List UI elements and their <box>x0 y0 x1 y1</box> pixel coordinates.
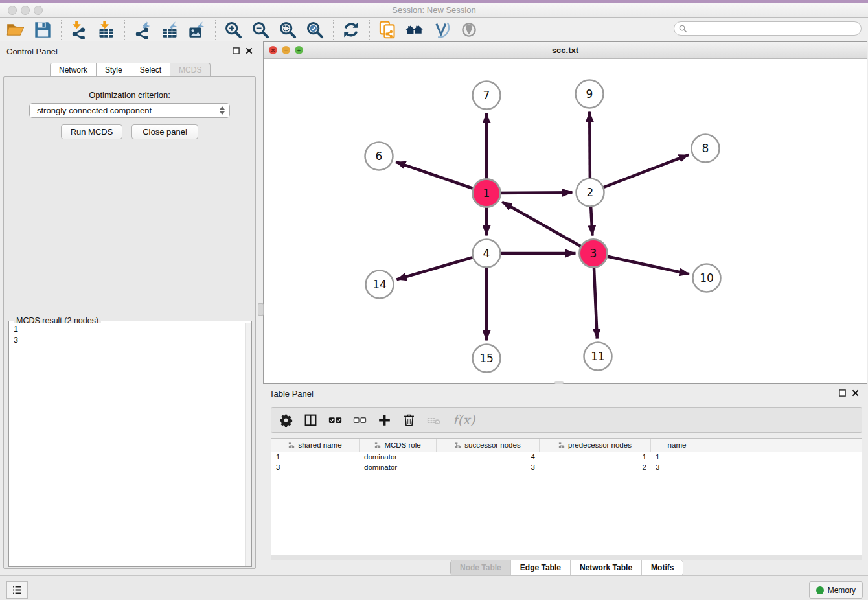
close-window-button[interactable] <box>8 6 17 15</box>
column-type-icon <box>288 442 295 448</box>
node-label-8: 8 <box>702 142 709 155</box>
table-tabs: Node Table Edge Table Network Table Moti… <box>450 560 683 576</box>
clone-network-button[interactable] <box>378 21 396 39</box>
cell-name[interactable]: 1 <box>651 452 703 463</box>
tab-style[interactable]: Style <box>96 63 131 77</box>
network-close-button[interactable]: ✕ <box>269 46 277 54</box>
edge-2-8[interactable] <box>590 155 689 192</box>
status-bar: Memory <box>0 575 868 600</box>
export-network-button[interactable] <box>133 21 152 39</box>
network-maximize-button[interactable]: + <box>295 46 303 54</box>
cell-successor-nodes[interactable]: 4 <box>437 452 540 463</box>
deselect-all-icon[interactable] <box>353 413 367 427</box>
search-box[interactable] <box>674 21 862 36</box>
cell-mcds-role[interactable]: dominator <box>360 452 437 463</box>
panel-divider-grip[interactable] <box>258 303 264 316</box>
function-builder-icon[interactable]: f(x) <box>453 412 475 428</box>
mcds-result-text[interactable]: 1 3 <box>10 323 246 566</box>
column-header-predecessor-nodes[interactable]: predecessor nodes <box>540 439 651 452</box>
open-session-button[interactable] <box>6 21 25 39</box>
run-mcds-button[interactable]: Run MCDS <box>61 124 122 139</box>
cell-predecessor-nodes[interactable]: 2 <box>540 463 651 473</box>
cell-name[interactable]: 3 <box>651 463 703 473</box>
export-table-button[interactable] <box>161 21 179 39</box>
list-icon <box>12 585 23 595</box>
control-panel-header: Control Panel <box>0 41 259 60</box>
home-icon[interactable] <box>405 21 424 39</box>
tab-edge-table[interactable]: Edge Table <box>511 560 571 575</box>
control-panel: Control Panel Network Style Select MCDS … <box>0 41 259 571</box>
column-header-name[interactable]: name <box>651 439 703 452</box>
zoom-in-button[interactable] <box>224 21 242 39</box>
gear-icon[interactable] <box>279 413 293 427</box>
title-bar: Session: New Session <box>0 3 868 18</box>
node-label-7: 7 <box>483 89 490 102</box>
delete-column-icon[interactable] <box>427 413 440 427</box>
cell-mcds-role[interactable]: dominator <box>360 463 437 473</box>
table-panel: Table Panel <box>263 384 868 575</box>
memory-button[interactable]: Memory <box>809 581 863 599</box>
optimization-criterion-label: Optimization criterion: <box>4 90 255 100</box>
network-graph[interactable]: 7968124314101511 <box>264 59 867 384</box>
tab-node-table[interactable]: Node Table <box>451 560 511 575</box>
control-panel-title: Control Panel <box>6 47 58 56</box>
cell-predecessor-nodes[interactable]: 1 <box>540 452 651 463</box>
float-table-panel-icon[interactable] <box>839 389 846 397</box>
tab-network-table[interactable]: Network Table <box>571 560 642 575</box>
add-icon[interactable] <box>378 413 391 427</box>
criterion-select[interactable]: strongly connected component <box>29 103 230 118</box>
search-icon <box>679 25 687 33</box>
column-header-mcds-role[interactable]: MCDS role <box>360 439 437 452</box>
hide-style-icon[interactable] <box>433 21 451 39</box>
column-type-icon <box>455 442 461 448</box>
show-columns-icon[interactable] <box>304 413 317 427</box>
node-label-1: 1 <box>483 187 490 200</box>
zoom-out-button[interactable] <box>251 21 269 39</box>
search-input[interactable] <box>691 22 861 35</box>
column-header-successor-nodes[interactable]: successor nodes <box>437 439 540 452</box>
node-table[interactable]: shared name MCDS role successor nodes pr… <box>271 438 862 555</box>
delete-icon[interactable] <box>402 413 416 427</box>
toolbar-separator <box>369 20 371 40</box>
tab-network[interactable]: Network <box>50 63 96 77</box>
cell-shared-name[interactable]: 3 <box>271 463 360 473</box>
column-header-shared-name[interactable]: shared name <box>271 439 360 452</box>
float-panel-icon[interactable] <box>233 47 240 54</box>
toolbar-separator <box>61 20 62 40</box>
tab-select[interactable]: Select <box>131 63 170 77</box>
network-minimize-button[interactable]: − <box>282 46 290 54</box>
select-all-icon[interactable] <box>328 413 342 427</box>
zoom-selected-button[interactable] <box>306 21 324 39</box>
import-network-button[interactable] <box>70 21 88 39</box>
zoom-fit-button[interactable] <box>279 21 297 39</box>
table-header-row: shared name MCDS role successor nodes pr… <box>271 439 862 452</box>
node-label-6: 6 <box>376 150 383 163</box>
column-type-icon <box>558 442 565 448</box>
close-panel-icon[interactable] <box>246 47 253 54</box>
table-panel-header: Table Panel <box>263 384 868 403</box>
mcds-panel: Optimization criterion: strongly connect… <box>3 76 256 569</box>
zoom-window-button[interactable] <box>34 6 43 15</box>
table-toolbar: f(x) <box>271 407 862 433</box>
tab-mcds[interactable]: MCDS <box>170 63 211 77</box>
eye-icon[interactable] <box>460 21 478 39</box>
minimize-window-button[interactable] <box>21 6 30 15</box>
import-table-button[interactable] <box>97 21 115 39</box>
tab-motifs[interactable]: Motifs <box>642 560 683 575</box>
table-row[interactable]: 3 dominator 3 2 3 <box>271 463 862 473</box>
table-panel-title: Table Panel <box>269 389 314 398</box>
export-image-button[interactable] <box>188 21 206 39</box>
cell-successor-nodes[interactable]: 3 <box>437 463 540 473</box>
mcds-result-group: MCDS result (2 nodes) 1 3 <box>8 321 252 567</box>
save-session-button[interactable] <box>34 21 52 39</box>
close-table-panel-icon[interactable] <box>852 389 859 397</box>
mcds-result-scrollbar[interactable] <box>245 323 251 566</box>
task-history-button[interactable] <box>6 581 28 599</box>
network-window-titlebar: ✕ − + scc.txt <box>264 42 867 59</box>
cell-shared-name[interactable]: 1 <box>271 452 360 463</box>
table-row[interactable]: 1 dominator 4 1 1 <box>271 452 862 463</box>
memory-label: Memory <box>828 586 856 595</box>
edge-3-1[interactable] <box>502 202 593 253</box>
refresh-button[interactable] <box>342 21 360 39</box>
close-panel-button[interactable]: Close panel <box>131 124 198 139</box>
